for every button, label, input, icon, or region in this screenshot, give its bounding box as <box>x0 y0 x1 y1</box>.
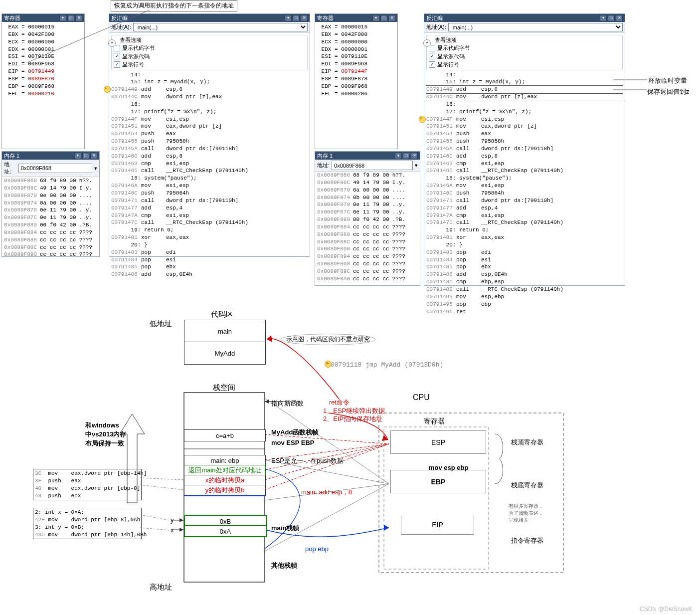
close-icon[interactable]: ✕ <box>301 15 308 21</box>
dropdown-icon[interactable]: ▾ <box>395 153 402 159</box>
asm-line: 00791485popebx <box>111 263 308 271</box>
memory-row: 0x0089F898cc cc cc cc???? <box>315 260 420 268</box>
svg-line-22 <box>140 485 183 490</box>
memory-address-input[interactable] <box>332 161 413 170</box>
dropdown-icon[interactable]: ▾ <box>285 15 292 21</box>
register-row: EAX = 00000015 <box>5 23 81 31</box>
close-icon[interactable]: ✕ <box>90 153 97 159</box>
asm-line: 0079147Acmpesi,esp <box>111 212 308 219</box>
dropdown-icon[interactable]: ▾ <box>415 162 418 169</box>
maximize-icon[interactable]: □ <box>67 15 74 21</box>
label-code-area: 代码区 <box>211 310 233 319</box>
asm-line: 19: return 0; <box>426 226 623 234</box>
collapse-icon[interactable]: ^ <box>423 39 431 47</box>
register-row: ECX = 00000000 <box>318 38 394 46</box>
maximize-icon[interactable]: □ <box>403 153 410 159</box>
memory-row: 0x0089F87C0e 11 79 00..y. <box>315 208 420 216</box>
asm-line: 00791483popedi <box>111 249 308 256</box>
dropdown-icon[interactable]: ▾ <box>59 15 66 21</box>
checkbox-source[interactable]: ✓ <box>114 53 120 59</box>
dropdown-icon[interactable]: ▾ <box>94 165 97 172</box>
asm-line: 00791451moveax,dword ptr [z] <box>426 123 623 130</box>
maximize-icon[interactable]: □ <box>380 15 387 21</box>
asm-line: 17: printf("z = %x\n", z); <box>426 108 623 116</box>
cell-main-ebp: main: ebp <box>184 455 266 466</box>
register-row: EFL = 00000210 <box>5 90 81 98</box>
asm-line: 00791460addesp,8 <box>111 153 308 160</box>
memory-row: 0x0089F8780e 11 79 00..y. <box>315 201 420 208</box>
memory-row: 0x0089F86868 f9 89 00h??. <box>315 172 420 179</box>
checkbox-source[interactable]: ✓ <box>429 53 435 59</box>
dropdown-icon[interactable]: ▾ <box>372 15 379 21</box>
asm-line: 0079147Acmpesi,esp <box>426 212 623 219</box>
address-label: 地址(A): <box>111 23 131 31</box>
label-myadd-frame: MyAdd函数栈帧 <box>271 428 319 437</box>
titlebar-disasm[interactable]: 反汇编 ▾ □ ✕ <box>109 14 310 22</box>
close-icon[interactable]: ✕ <box>616 15 623 21</box>
dropdown-icon[interactable]: ▾ <box>600 15 607 21</box>
register-row: EDI = 0089F968 <box>5 60 81 68</box>
memory-row: 0x0089F8740a 00 00 00.... <box>2 200 99 207</box>
asm-line: 00791460addesp,8 <box>426 153 623 160</box>
watermark: CSDN @DieSnowK <box>640 606 693 613</box>
svg-marker-18 <box>265 400 269 404</box>
registers-title: 寄存器 <box>317 14 334 22</box>
label-low-addr: 低地址 <box>150 319 172 329</box>
titlebar-disasm[interactable]: 反汇编 ▾ □ ✕ <box>424 14 625 22</box>
titlebar-memory[interactable]: 内存 1 ▾ □ ✕ <box>315 152 420 160</box>
close-icon[interactable]: ✕ <box>411 153 418 159</box>
panel-registers-right: 寄存器 ▾ □ ✕ EAX = 00000015 EBX = 0042F000 … <box>315 13 398 149</box>
view-options: ^ 查看选项 显示代码字节 ✓显示源代码 ✓显示行号 <box>111 35 308 70</box>
register-row: EIP = 0079144F <box>318 68 394 75</box>
memory-row: 0x0089F88000 f0 42 00.?B. <box>315 216 420 223</box>
titlebar-memory[interactable]: 内存 1 ▾ □ ✕ <box>2 152 99 160</box>
label-stack-bot-reg: 栈底寄存器 <box>511 481 543 490</box>
memory-address-input[interactable] <box>18 164 92 173</box>
disasm-address-select[interactable]: main(...) <box>133 23 308 31</box>
disasm-address-select[interactable]: main(...) <box>448 23 623 31</box>
checkbox-lineno[interactable]: ✓ <box>429 61 435 68</box>
svg-marker-14 <box>267 335 272 342</box>
close-icon[interactable]: ✕ <box>388 15 395 21</box>
memory-title: 内存 1 <box>4 152 19 160</box>
cell-ret-addr: 返回main处对应代码地址 <box>184 465 266 476</box>
label-pop-ebp: pop ebp <box>305 545 329 553</box>
maximize-icon[interactable]: □ <box>608 15 615 21</box>
dropdown-icon[interactable]: ▾ <box>74 153 81 159</box>
label-ret-cmd: ret命令 <box>329 398 350 407</box>
titlebar-registers[interactable]: 寄存器 ▾ □ ✕ <box>2 14 84 22</box>
label-mov-esp-ebp: mov ESP EBP <box>271 439 314 446</box>
asm-line: 00791484popesi <box>426 256 623 264</box>
asm-line: 19: return 0; <box>111 226 308 234</box>
label-stack-top-reg: 栈顶寄存器 <box>511 438 543 447</box>
asm-line: 0079148Ecall__RTC_CheckEsp (0791140h) <box>426 286 623 293</box>
titlebar-registers[interactable]: 寄存器 ▾ □ ✕ <box>315 14 397 22</box>
asm-line: 00791477addesp,4 <box>426 205 623 212</box>
asm-line: 00791471calldword ptr ds:[799110h] <box>111 197 308 205</box>
memory-row: 0x0089F888cc cc cc cc???? <box>2 236 99 244</box>
maximize-icon[interactable]: □ <box>293 15 300 21</box>
asm-line: 17: printf("z = %x\n", z); <box>111 108 308 116</box>
memory-row: 0x0089F87C0e 11 79 00..y. <box>2 214 99 221</box>
asm-line: 16: <box>111 101 308 108</box>
asm-line: 00791477addesp,4 <box>111 205 308 212</box>
asm-line: 0079148Ccmpebp,esp <box>426 278 623 286</box>
svg-marker-16 <box>384 525 389 531</box>
asm-snippet-1: 3C mov eax,dword ptr [ebp-14h]3F push ea… <box>33 469 142 500</box>
checkbox-codebytes[interactable] <box>429 45 435 51</box>
cell-0xa: 0xA <box>184 525 267 537</box>
asm-line: 00791486addesp,0E4h <box>426 271 623 278</box>
label-high-addr: 高地址 <box>150 583 172 592</box>
close-icon[interactable]: ✕ <box>75 15 82 21</box>
collapse-icon[interactable]: ^ <box>108 39 116 47</box>
address-label: 地址: <box>317 162 330 169</box>
checkbox-codebytes[interactable] <box>114 45 120 51</box>
asm-line: 00791465call__RTC_CheckEsp (0791140h) <box>426 167 623 175</box>
memory-row: 0x0089F8740b 00 00 00.... <box>315 194 420 202</box>
asm-line: 0079146Cpush795864h <box>111 190 308 197</box>
maximize-icon[interactable]: □ <box>82 153 89 159</box>
checkbox-lineno[interactable]: ✓ <box>114 61 120 68</box>
asm-line: 20: } <box>426 241 623 249</box>
panel-registers-left: 寄存器 ▾ □ ✕ EAX = 00000015 EBX = 0042F000 … <box>1 13 85 149</box>
asm-line: 00791481xoreax,eax <box>426 234 623 241</box>
